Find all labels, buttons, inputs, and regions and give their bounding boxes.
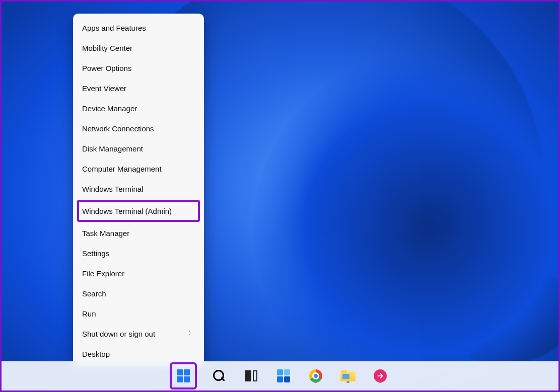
task-view-button[interactable]: [241, 366, 261, 386]
menu-item-device-manager[interactable]: Device Manager: [73, 98, 204, 118]
menu-item-label: Task Manager: [82, 229, 129, 238]
menu-item-mobility-center[interactable]: Mobility Center: [73, 38, 204, 58]
menu-item-power-options[interactable]: Power Options: [73, 58, 204, 78]
widgets-button[interactable]: [273, 366, 294, 386]
menu-item-task-manager[interactable]: Task Manager: [73, 223, 204, 243]
taskbar-center-items: [170, 361, 390, 390]
search-icon: [213, 369, 226, 382]
windows-icon: [177, 369, 190, 382]
folder-icon: [340, 370, 356, 381]
menu-item-label: Computer Management: [82, 165, 162, 173]
menu-item-desktop[interactable]: Desktop: [73, 344, 204, 364]
chrome-icon: [309, 369, 322, 382]
menu-item-label: Power Options: [82, 64, 131, 72]
running-indicator-icon: [314, 381, 317, 383]
menu-item-label: Mobility Center: [82, 44, 132, 52]
menu-item-apps-and-features[interactable]: Apps and Features: [73, 18, 204, 38]
taskbar-app-file-explorer[interactable]: [338, 366, 358, 386]
menu-item-label: Desktop: [82, 350, 110, 358]
menu-item-label: Shut down or sign out: [82, 330, 155, 338]
menu-item-run[interactable]: Run: [73, 303, 204, 324]
menu-item-label: Apps and Features: [82, 24, 146, 32]
menu-item-label: Device Manager: [82, 104, 137, 113]
menu-item-windows-terminal-admin[interactable]: Windows Terminal (Admin): [77, 200, 200, 222]
menu-item-event-viewer[interactable]: Event Viewer: [73, 78, 204, 98]
menu-item-windows-terminal[interactable]: Windows Terminal: [73, 179, 204, 199]
menu-item-shut-down-or-sign-out[interactable]: Shut down or sign out 〉: [73, 324, 204, 344]
running-indicator-icon: [346, 381, 349, 383]
running-indicator-icon: [379, 381, 382, 383]
menu-item-label: Event Viewer: [82, 84, 126, 93]
taskbar: [2, 361, 558, 390]
menu-item-file-explorer[interactable]: File Explorer: [73, 263, 204, 283]
search-button[interactable]: [209, 366, 229, 386]
menu-item-label: Windows Terminal: [82, 185, 143, 193]
menu-item-label: Network Connections: [82, 124, 154, 133]
taskbar-app-chrome[interactable]: [306, 366, 326, 386]
taskbar-app-pink-app[interactable]: [370, 366, 390, 386]
menu-item-disk-management[interactable]: Disk Management: [73, 138, 204, 159]
menu-item-label: Windows Terminal (Admin): [82, 207, 172, 215]
chevron-right-icon: 〉: [188, 329, 195, 338]
win-x-context-menu: Apps and Features Mobility Center Power …: [73, 14, 204, 367]
menu-item-computer-management[interactable]: Computer Management: [73, 159, 204, 179]
menu-item-settings[interactable]: Settings: [73, 243, 204, 263]
widgets-icon: [277, 369, 290, 382]
menu-item-label: Run: [82, 309, 96, 318]
pink-app-icon: [374, 369, 387, 382]
menu-item-network-connections[interactable]: Network Connections: [73, 118, 204, 138]
menu-item-label: Disk Management: [82, 144, 143, 153]
menu-item-label: Settings: [82, 249, 109, 258]
menu-item-label: Search: [82, 289, 106, 298]
start-button[interactable]: [170, 362, 197, 389]
menu-item-label: File Explorer: [82, 269, 124, 278]
menu-item-search[interactable]: Search: [73, 283, 204, 303]
task-view-icon: [245, 370, 257, 381]
